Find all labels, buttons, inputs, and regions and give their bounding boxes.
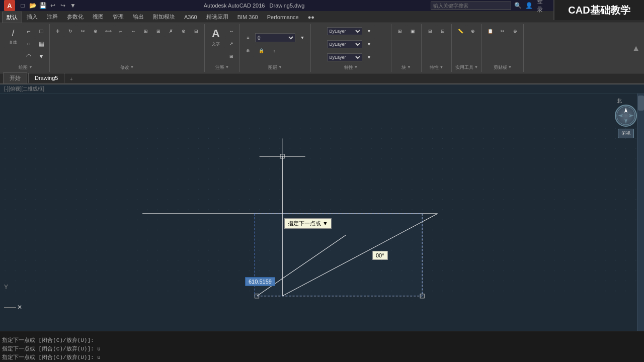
tab-insert[interactable]: 插入	[22, 11, 42, 23]
btn-copy[interactable]: ⊕	[90, 25, 102, 37]
btn-table[interactable]: ⊞	[225, 50, 237, 62]
tab-default[interactable]: 默认	[2, 12, 22, 23]
tab-performance[interactable]: Performance	[263, 12, 303, 22]
btn-scale[interactable]: ⊞	[140, 25, 152, 37]
panel-properties-expand[interactable]: ▼	[354, 65, 358, 69]
panel-draw-expand[interactable]: ▼	[29, 65, 33, 69]
panel-group-expand[interactable]: ▼	[440, 65, 444, 69]
qat-more[interactable]: ▼	[68, 1, 77, 10]
collapse-icon[interactable]: ▲	[632, 44, 640, 53]
btn-mirror[interactable]: ⟺	[102, 25, 114, 37]
tab-parametric[interactable]: 参数化	[62, 11, 88, 23]
close-coords[interactable]: ✕	[17, 304, 22, 311]
btn-layer-props[interactable]: ≡	[242, 32, 254, 44]
tab-a360[interactable]: A360	[180, 12, 202, 22]
search-input[interactable]	[431, 2, 511, 10]
compass-view-btn[interactable]: 俯视	[618, 129, 634, 138]
search-btn[interactable]: 🔍	[513, 1, 522, 10]
tooltip-next-point[interactable]: 指定下一点或 ▼	[284, 218, 332, 229]
titlebar: A □ 📂 💾 ↩ ↪ ▼ Autodesk AutoCAD 2016 Draw…	[0, 0, 644, 11]
btn-ungroup[interactable]: ⊟	[437, 25, 449, 37]
panel-layer-expand[interactable]: ▼	[278, 65, 282, 69]
btn-circle[interactable]: ○	[23, 38, 35, 50]
btn-stretch[interactable]: ↔	[127, 25, 139, 37]
btn-arc[interactable]: ◠	[23, 50, 35, 62]
btn-explode[interactable]: ⊛	[178, 25, 190, 37]
btn-linetype-more[interactable]: ▼	[363, 38, 375, 50]
tab-drawing5[interactable]: Drawing5	[28, 73, 64, 83]
panel-modify-expand[interactable]: ▼	[130, 65, 134, 69]
btn-rect[interactable]: □	[35, 25, 47, 37]
tab-start[interactable]: 开始	[3, 72, 27, 83]
qat-undo[interactable]: ↩	[48, 1, 57, 10]
btn-copy2[interactable]: ⊕	[509, 25, 521, 37]
panel-utilities-expand[interactable]: ▼	[474, 65, 478, 69]
btn-group[interactable]: ⊞	[424, 25, 436, 37]
color-picker-icon: ▼	[367, 29, 371, 34]
lineweight-select[interactable]: ByLayer	[327, 53, 362, 61]
stretch-icon: ↔	[131, 29, 136, 34]
linetype-select[interactable]: ByLayer	[327, 40, 362, 48]
btn-dimension[interactable]: ↔	[225, 25, 237, 37]
btn-more-draw[interactable]: ▼	[35, 50, 47, 62]
lock-icon: 🔒	[259, 48, 264, 53]
btn-lineweight-more[interactable]: ▼	[363, 51, 375, 63]
btn-layer-more[interactable]: ▼	[296, 32, 308, 44]
btn-move[interactable]: ✛	[52, 25, 64, 37]
btn-cut[interactable]: ✂	[497, 25, 509, 37]
move-icon: ✛	[56, 29, 60, 34]
qat-open[interactable]: 📂	[28, 1, 37, 10]
svg-rect-14	[255, 214, 423, 296]
btn-layer-lock[interactable]: 🔒	[255, 45, 267, 57]
btn-paste[interactable]: 📋	[484, 25, 496, 37]
svg-marker-17	[624, 119, 627, 124]
panel-block-expand[interactable]: ▼	[407, 65, 411, 69]
btn-trim[interactable]: ✂	[77, 25, 89, 37]
circle-icon: ○	[27, 41, 30, 47]
app-icon[interactable]: A	[4, 0, 15, 11]
btn-rotate[interactable]: ↻	[64, 25, 76, 37]
group-icon: ⊞	[428, 29, 432, 34]
btn-layer-freeze[interactable]: ❄	[242, 45, 254, 57]
btn-hatch[interactable]: ▦	[35, 38, 47, 50]
tab-output[interactable]: 输出	[128, 11, 148, 23]
tab-featured[interactable]: 精选应用	[202, 11, 233, 23]
btn-line[interactable]: / 直线	[4, 25, 22, 48]
btn-leader[interactable]: ↗	[225, 38, 237, 50]
tab-addons[interactable]: 附加模块	[148, 11, 180, 23]
tooltip-angle[interactable]: 00°	[372, 251, 388, 260]
compass-circle[interactable]	[615, 105, 637, 127]
tab-add-btn[interactable]: +	[65, 74, 76, 83]
tab-bim360[interactable]: BIM 360	[233, 12, 263, 22]
signin-btn[interactable]: 登录	[535, 1, 544, 10]
tooltip-length[interactable]: 610.5159	[245, 277, 275, 286]
btn-polyline[interactable]: ⌐	[23, 25, 35, 37]
panel-annotate-expand[interactable]: ▼	[225, 65, 229, 69]
btn-id[interactable]: ⊕	[467, 25, 479, 37]
btn-erase[interactable]: ✗	[165, 25, 177, 37]
btn-array[interactable]: ⊞	[152, 25, 165, 37]
canvas-area[interactable]: 指定下一点或 ▼ 610.5159 00° 北 俯视 Y	[0, 94, 644, 331]
btn-offset[interactable]: ⊟	[190, 25, 202, 37]
btn-text[interactable]: A 文字	[207, 25, 225, 48]
btn-create-block[interactable]: ▣	[407, 25, 419, 37]
qat-new[interactable]: □	[18, 1, 27, 10]
leader-icon: ↗	[229, 41, 233, 46]
ribbon-collapse[interactable]: ▲	[630, 24, 642, 72]
tab-manage[interactable]: 管理	[108, 11, 128, 23]
qat-save[interactable]: 💾	[38, 1, 47, 10]
panel-clipboard-expand[interactable]: ▼	[508, 65, 512, 69]
qat-redo[interactable]: ↪	[58, 1, 67, 10]
panel-draw-content: / 直线 ⌐ ○ ◠ □ ▦ ▼	[4, 25, 47, 63]
user-btn[interactable]: 👤	[524, 1, 533, 10]
tab-annotation[interactable]: 注释	[42, 11, 62, 23]
btn-layer-match[interactable]: ↕	[268, 45, 280, 57]
color-select[interactable]: ByLayer	[327, 27, 362, 35]
tab-more[interactable]: ●●	[303, 12, 319, 22]
tab-view[interactable]: 视图	[88, 11, 108, 23]
btn-color-picker[interactable]: ▼	[363, 25, 375, 37]
btn-fillet[interactable]: ⌐	[115, 25, 127, 37]
btn-measure[interactable]: 📏	[454, 25, 466, 37]
layer-select[interactable]: 0	[255, 33, 295, 42]
btn-insert-block[interactable]: ⊞	[394, 25, 406, 37]
